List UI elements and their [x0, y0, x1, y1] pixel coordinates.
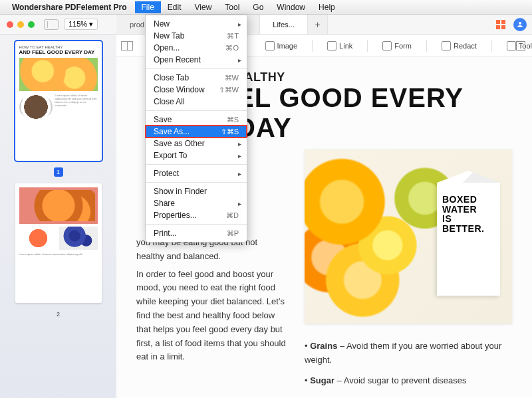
file-menu-save-as[interactable]: Save As...⇧⌘S [146, 126, 247, 138]
minimize-window-icon[interactable] [17, 21, 24, 28]
file-menu-save-as-other[interactable]: Save as Other [146, 138, 247, 149]
file-menu-open[interactable]: Open...⌘O [146, 42, 247, 54]
doc-tab-3[interactable]: Lifes... [260, 15, 308, 34]
file-menu-new[interactable]: New [146, 18, 247, 30]
page-thumbnail-1[interactable]: HOW TO EAT HEALTHY AND FEEL GOOD EVERY D… [15, 41, 102, 161]
file-menu-save[interactable]: Save⌘S [146, 114, 247, 126]
tool-icon [507, 41, 516, 50]
expand-icon[interactable] [516, 41, 525, 50]
menu-file[interactable]: File [135, 1, 161, 13]
menu-go[interactable]: Go [246, 1, 270, 13]
file-menu-new-tab[interactable]: New Tab⌘T [146, 30, 247, 42]
menu-edit[interactable]: Edit [161, 1, 188, 13]
image-icon [265, 41, 275, 50]
link-tool[interactable]: Link [327, 41, 352, 50]
menu-window[interactable]: Window [270, 1, 312, 13]
hero-image: BOXEDWATERISBETTER. [305, 149, 512, 324]
thumb1-coffee-image [19, 94, 53, 120]
thumb2-fruit-image [22, 190, 95, 221]
doc-subtitle: EALTHY [236, 70, 512, 84]
file-menu-close-window[interactable]: Close Window⇧⌘W [146, 84, 247, 96]
carton-graphic: BOXEDWATERISBETTER. [437, 183, 500, 296]
svg-point-0 [519, 22, 521, 25]
page-layout-icon[interactable] [121, 41, 133, 50]
file-menu-protect[interactable]: Protect [146, 167, 247, 179]
form-icon [382, 41, 392, 50]
image-tool[interactable]: Image [265, 41, 298, 50]
link-icon [327, 41, 336, 50]
app-name: Wondershare PDFelement Pro [12, 3, 127, 12]
menu-bar: Wondershare PDFelement Pro FileEditViewT… [0, 0, 532, 15]
zoom-window-icon[interactable] [28, 21, 35, 28]
user-avatar[interactable] [513, 18, 527, 31]
file-menu-open-recent[interactable]: Open Recent [146, 54, 247, 66]
menu-view[interactable]: View [188, 1, 219, 13]
thumbnail-sidebar: HOW TO EAT HEALTHY AND FEEL GOOD EVERY D… [0, 35, 116, 398]
file-menu-export-to[interactable]: Export To [146, 149, 247, 161]
menu-tool[interactable]: Tool [218, 1, 246, 13]
redact-tool[interactable]: Redact [442, 41, 477, 50]
file-menu-print[interactable]: Print...⌘P [146, 227, 247, 239]
app-grid-icon[interactable] [496, 20, 505, 29]
new-tab-button[interactable]: + [308, 15, 328, 34]
doc-title: EL GOOD EVERY DAY [236, 83, 512, 143]
thumb1-title: AND FEEL GOOD EVERY DAY [19, 49, 98, 55]
menu-help[interactable]: Help [312, 1, 342, 13]
page-number-1: 1 [54, 167, 63, 177]
form-tool[interactable]: Form [382, 41, 412, 50]
window-toolbar: 115% ▾ prod...Prod...color2Lifes...+ [0, 15, 532, 35]
file-menu-close-tab[interactable]: Close Tab⌘W [146, 72, 247, 84]
bullet-list: • Grains – Avoid them if you are worried… [305, 340, 512, 387]
file-menu-dropdown: NewNew Tab⌘TOpen...⌘OOpen RecentClose Ta… [145, 15, 247, 243]
sidebar-toggle-icon[interactable] [44, 19, 59, 30]
thumb1-image [19, 58, 98, 91]
close-window-icon[interactable] [7, 21, 13, 28]
thumb2-text: Lorem ipsum dolor sit amet consectetur a… [19, 252, 98, 256]
window-controls [7, 21, 35, 28]
page-number-2: 2 [54, 310, 63, 319]
file-menu-show-in-finder[interactable]: Show in Finder [146, 185, 247, 197]
file-menu-share[interactable]: Share [146, 197, 247, 209]
file-menu-close-all[interactable]: Close All [146, 96, 247, 108]
file-menu-properties[interactable]: Properties...⌘D [146, 209, 247, 221]
redact-icon [442, 41, 451, 50]
page-thumbnail-2[interactable]: Lorem ipsum dolor sit amet consectetur a… [15, 183, 102, 303]
zoom-select[interactable]: 115% ▾ [64, 19, 98, 30]
